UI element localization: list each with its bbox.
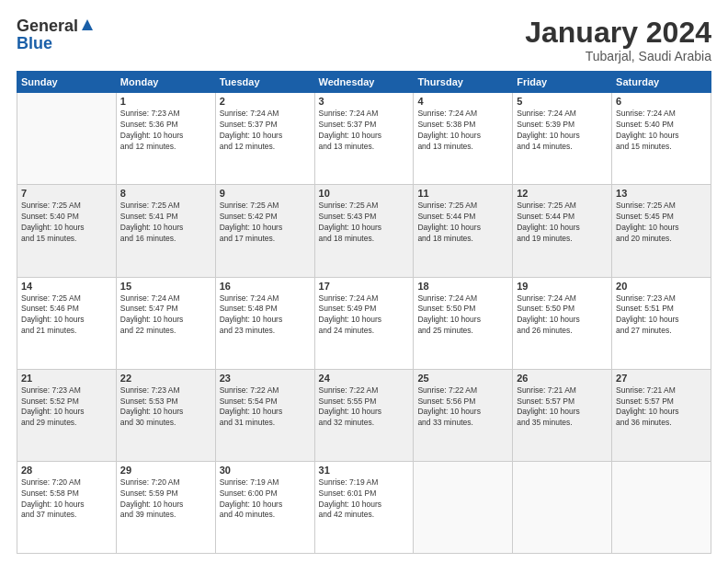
calendar-day-header: Monday — [116, 72, 215, 93]
day-info: Sunrise: 7:25 AM Sunset: 5:45 PM Dayligh… — [616, 201, 707, 245]
calendar-day-cell: 23Sunrise: 7:22 AM Sunset: 5:54 PM Dayli… — [215, 369, 314, 461]
calendar-week-row: 28Sunrise: 7:20 AM Sunset: 5:58 PM Dayli… — [17, 461, 711, 553]
header: General Blue January 2024 Tubarjal, Saud… — [17, 17, 711, 63]
title-month: January 2024 — [525, 17, 711, 49]
logo-general: General — [17, 17, 78, 36]
day-info: Sunrise: 7:23 AM Sunset: 5:51 PM Dayligh… — [616, 293, 707, 338]
day-info: Sunrise: 7:24 AM Sunset: 5:38 PM Dayligh… — [417, 109, 508, 153]
calendar-day-header: Sunday — [17, 72, 117, 93]
day-number: 16 — [220, 281, 311, 292]
calendar-header-row: SundayMondayTuesdayWednesdayThursdayFrid… — [17, 72, 711, 93]
day-number: 7 — [21, 188, 112, 199]
day-info: Sunrise: 7:25 AM Sunset: 5:46 PM Dayligh… — [21, 293, 112, 338]
day-number: 1 — [120, 96, 211, 107]
calendar-day-cell — [513, 461, 612, 553]
day-number: 3 — [319, 96, 410, 107]
calendar-week-row: 7Sunrise: 7:25 AM Sunset: 5:40 PM Daylig… — [17, 185, 711, 277]
calendar-day-cell: 16Sunrise: 7:24 AM Sunset: 5:48 PM Dayli… — [215, 277, 314, 369]
day-info: Sunrise: 7:21 AM Sunset: 5:57 PM Dayligh… — [517, 385, 608, 430]
day-number: 22 — [120, 373, 211, 384]
calendar-day-cell: 8Sunrise: 7:25 AM Sunset: 5:41 PM Daylig… — [116, 185, 215, 277]
day-info: Sunrise: 7:19 AM Sunset: 6:01 PM Dayligh… — [319, 477, 410, 522]
logo-triangle-icon — [81, 18, 94, 35]
day-number: 18 — [417, 281, 508, 292]
day-number: 27 — [616, 373, 707, 384]
day-number: 2 — [220, 96, 311, 107]
calendar-day-cell: 22Sunrise: 7:23 AM Sunset: 5:53 PM Dayli… — [116, 369, 215, 461]
day-number: 23 — [220, 373, 311, 384]
day-info: Sunrise: 7:23 AM Sunset: 5:53 PM Dayligh… — [120, 385, 211, 430]
logo-text: General — [17, 17, 94, 36]
calendar-day-cell: 12Sunrise: 7:25 AM Sunset: 5:44 PM Dayli… — [513, 185, 612, 277]
day-number: 6 — [616, 96, 707, 107]
calendar-day-cell: 30Sunrise: 7:19 AM Sunset: 6:00 PM Dayli… — [215, 461, 314, 553]
day-info: Sunrise: 7:19 AM Sunset: 6:00 PM Dayligh… — [220, 477, 311, 522]
title-block: January 2024 Tubarjal, Saudi Arabia — [525, 17, 711, 63]
calendar-day-cell: 6Sunrise: 7:24 AM Sunset: 5:40 PM Daylig… — [612, 93, 711, 185]
day-info: Sunrise: 7:24 AM Sunset: 5:50 PM Dayligh… — [517, 293, 608, 338]
calendar-week-row: 1Sunrise: 7:23 AM Sunset: 5:36 PM Daylig… — [17, 93, 711, 185]
day-number: 17 — [319, 281, 410, 292]
calendar-day-cell: 1Sunrise: 7:23 AM Sunset: 5:36 PM Daylig… — [116, 93, 215, 185]
calendar-day-cell — [612, 461, 711, 553]
day-number: 29 — [120, 465, 211, 476]
day-number: 28 — [21, 465, 112, 476]
calendar-day-cell — [414, 461, 513, 553]
day-info: Sunrise: 7:24 AM Sunset: 5:47 PM Dayligh… — [120, 293, 211, 338]
calendar-day-cell: 10Sunrise: 7:25 AM Sunset: 5:43 PM Dayli… — [314, 185, 414, 277]
day-number: 15 — [120, 281, 211, 292]
day-info: Sunrise: 7:22 AM Sunset: 5:54 PM Dayligh… — [220, 385, 311, 430]
day-number: 8 — [120, 188, 211, 199]
day-info: Sunrise: 7:24 AM Sunset: 5:40 PM Dayligh… — [616, 109, 707, 153]
day-number: 9 — [220, 188, 311, 199]
calendar-day-cell: 21Sunrise: 7:23 AM Sunset: 5:52 PM Dayli… — [17, 369, 117, 461]
logo-blue-text: Blue — [17, 34, 52, 53]
calendar-day-cell: 2Sunrise: 7:24 AM Sunset: 5:37 PM Daylig… — [215, 93, 314, 185]
calendar-day-cell: 14Sunrise: 7:25 AM Sunset: 5:46 PM Dayli… — [17, 277, 117, 369]
day-number: 19 — [517, 281, 608, 292]
day-info: Sunrise: 7:24 AM Sunset: 5:39 PM Dayligh… — [517, 109, 608, 153]
day-number: 13 — [616, 188, 707, 199]
day-info: Sunrise: 7:22 AM Sunset: 5:56 PM Dayligh… — [417, 385, 508, 430]
calendar-day-header: Friday — [513, 72, 612, 93]
title-location: Tubarjal, Saudi Arabia — [525, 49, 711, 63]
calendar-day-cell: 26Sunrise: 7:21 AM Sunset: 5:57 PM Dayli… — [513, 369, 612, 461]
page: General Blue January 2024 Tubarjal, Saud… — [0, 0, 728, 563]
calendar-day-cell: 17Sunrise: 7:24 AM Sunset: 5:49 PM Dayli… — [314, 277, 414, 369]
calendar-day-cell: 27Sunrise: 7:21 AM Sunset: 5:57 PM Dayli… — [612, 369, 711, 461]
day-info: Sunrise: 7:24 AM Sunset: 5:50 PM Dayligh… — [417, 293, 508, 338]
day-info: Sunrise: 7:24 AM Sunset: 5:37 PM Dayligh… — [220, 109, 311, 153]
day-number: 5 — [517, 96, 608, 107]
calendar-day-cell: 19Sunrise: 7:24 AM Sunset: 5:50 PM Dayli… — [513, 277, 612, 369]
calendar-day-cell — [17, 93, 117, 185]
day-info: Sunrise: 7:20 AM Sunset: 5:59 PM Dayligh… — [120, 477, 211, 522]
day-info: Sunrise: 7:23 AM Sunset: 5:52 PM Dayligh… — [21, 385, 112, 430]
calendar-day-cell: 24Sunrise: 7:22 AM Sunset: 5:55 PM Dayli… — [314, 369, 414, 461]
calendar-day-cell: 18Sunrise: 7:24 AM Sunset: 5:50 PM Dayli… — [414, 277, 513, 369]
calendar-day-cell: 29Sunrise: 7:20 AM Sunset: 5:59 PM Dayli… — [116, 461, 215, 553]
day-number: 25 — [417, 373, 508, 384]
day-info: Sunrise: 7:24 AM Sunset: 5:48 PM Dayligh… — [220, 293, 311, 338]
calendar-week-row: 14Sunrise: 7:25 AM Sunset: 5:46 PM Dayli… — [17, 277, 711, 369]
calendar-day-header: Tuesday — [215, 72, 314, 93]
calendar-day-cell: 15Sunrise: 7:24 AM Sunset: 5:47 PM Dayli… — [116, 277, 215, 369]
day-number: 24 — [319, 373, 410, 384]
calendar-day-cell: 20Sunrise: 7:23 AM Sunset: 5:51 PM Dayli… — [612, 277, 711, 369]
calendar-day-header: Wednesday — [314, 72, 414, 93]
day-info: Sunrise: 7:25 AM Sunset: 5:40 PM Dayligh… — [21, 201, 112, 245]
day-info: Sunrise: 7:25 AM Sunset: 5:41 PM Dayligh… — [120, 201, 211, 245]
logo: General Blue — [17, 17, 94, 53]
day-number: 26 — [517, 373, 608, 384]
calendar-day-header: Thursday — [414, 72, 513, 93]
day-number: 31 — [319, 465, 410, 476]
day-info: Sunrise: 7:25 AM Sunset: 5:43 PM Dayligh… — [319, 201, 410, 245]
calendar-day-header: Saturday — [612, 72, 711, 93]
calendar-day-cell: 5Sunrise: 7:24 AM Sunset: 5:39 PM Daylig… — [513, 93, 612, 185]
day-number: 30 — [220, 465, 311, 476]
calendar-day-cell: 7Sunrise: 7:25 AM Sunset: 5:40 PM Daylig… — [17, 185, 117, 277]
day-number: 14 — [21, 281, 112, 292]
calendar-day-cell: 4Sunrise: 7:24 AM Sunset: 5:38 PM Daylig… — [414, 93, 513, 185]
day-info: Sunrise: 7:25 AM Sunset: 5:42 PM Dayligh… — [220, 201, 311, 245]
day-info: Sunrise: 7:25 AM Sunset: 5:44 PM Dayligh… — [517, 201, 608, 245]
day-info: Sunrise: 7:21 AM Sunset: 5:57 PM Dayligh… — [616, 385, 707, 430]
